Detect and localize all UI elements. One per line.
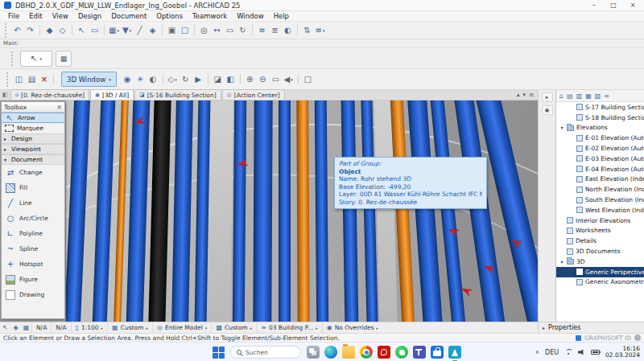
navigator-item[interactable]: E-03 Elevation (Auto-rebuild) xyxy=(556,154,644,164)
fit-in-window-icon[interactable]: ▭ xyxy=(224,24,236,37)
acrobat-icon[interactable] xyxy=(378,346,390,359)
viewport-3d[interactable]: Part of Group: Object Name: Rohr stehend… xyxy=(66,101,538,322)
selection-arrow-icon[interactable]: ↖ xyxy=(0,324,10,331)
close-palette-icon[interactable]: × xyxy=(39,75,50,84)
navigator-item[interactable]: South Elevation (Independe... xyxy=(556,195,644,205)
navigator-item[interactable]: E-02 Elevation (Auto-rebuild) xyxy=(556,143,644,154)
pin-panel-icon[interactable]: ◉ xyxy=(542,105,553,115)
shadows-icon[interactable]: ◐ xyxy=(147,73,159,86)
navigator-item[interactable]: Generic Axonometry xyxy=(556,277,644,288)
arc-circle-tool[interactable]: ○Arc/Circle xyxy=(2,211,64,226)
toolbar-drag-handle[interactable] xyxy=(6,72,9,87)
close-button[interactable]: × xyxy=(623,0,642,10)
snap-points-icon[interactable]: ◈ xyxy=(147,24,159,37)
viewpoint-group[interactable]: ▸Viewpoint xyxy=(2,144,64,154)
pipe-element-orange[interactable] xyxy=(296,101,310,322)
pipe-element-blue[interactable] xyxy=(279,101,291,322)
zoom-icon[interactable]: ◎ xyxy=(198,24,210,37)
file-explorer-icon[interactable] xyxy=(342,346,355,359)
properties-bar[interactable]: ▸ Properties xyxy=(538,322,644,333)
fit-view-icon[interactable]: ▭ xyxy=(270,73,282,86)
navigator-item[interactable]: Worksheets xyxy=(556,226,644,236)
tab-1[interactable]: ⌂[0. Rez-de-chaussée] xyxy=(10,89,89,100)
navigator-item[interactable]: E-01 Elevation (Auto-rebuild) xyxy=(556,133,644,143)
pen-set-selector[interactable]: ▩Custom▸ xyxy=(211,322,256,333)
project-map-icon[interactable]: ▤ xyxy=(567,92,573,100)
fullscreen-icon[interactable]: □ xyxy=(302,73,314,86)
teams-icon[interactable] xyxy=(413,346,426,359)
wifi-icon[interactable] xyxy=(564,349,572,355)
current-tool-selector[interactable]: ↖ ▾ xyxy=(20,51,52,67)
snap-guides-icon[interactable]: ◈ xyxy=(10,324,21,331)
design-group[interactable]: ▸Design xyxy=(2,133,64,144)
menu-edit[interactable]: Edit xyxy=(24,12,47,20)
pipe-element-blue[interactable] xyxy=(92,101,116,322)
go-up-icon[interactable]: ⌂ xyxy=(559,92,564,100)
navigator-item[interactable]: Details xyxy=(556,236,644,246)
tab-scroll-down-icon[interactable]: ▾ xyxy=(523,92,526,98)
grid-snap-icon[interactable]: ▦▾ xyxy=(108,24,120,37)
arrow-tool[interactable]: ↖Arrow xyxy=(2,113,64,123)
redo-icon[interactable]: ↷ xyxy=(24,24,36,37)
navigator-item[interactable]: ▾3D xyxy=(556,256,644,267)
teamwork-send-receive-icon[interactable]: ⇅ xyxy=(301,24,313,37)
navigator-item[interactable]: North Elevation (Independe... xyxy=(556,184,644,195)
scale-icon[interactable]: ◐ xyxy=(282,24,294,37)
toolbar-drag-handle[interactable] xyxy=(11,51,14,66)
quick-options-icon[interactable]: ≡▾ xyxy=(314,24,326,37)
collapse-navigator-icon[interactable]: ▸ xyxy=(542,92,553,102)
menu-options[interactable]: Options xyxy=(151,12,188,20)
figure-tool[interactable]: Figure xyxy=(2,272,64,287)
layout-book-icon[interactable]: ▦ xyxy=(585,92,592,100)
toolbar-drag-handle[interactable] xyxy=(5,23,7,38)
view-mode-dropdown[interactable]: 3D Window ▾ xyxy=(61,72,117,87)
undo-icon[interactable]: ↶ xyxy=(11,24,23,37)
zoom-out-icon[interactable]: ⊖ xyxy=(257,73,269,86)
graphic-override-selector[interactable]: ◉No Overrides▸ xyxy=(322,322,382,333)
window-settings-icon[interactable]: ◫ xyxy=(13,73,25,86)
archicad-taskbar-icon[interactable] xyxy=(448,346,461,359)
graphisoft-id-widget[interactable]: GRAPHISOFT ID xyxy=(576,334,641,342)
navigator-item[interactable]: Generic Perspective xyxy=(556,267,644,277)
taskbar-search[interactable]: Suchen xyxy=(230,346,301,359)
pipe-element-blue[interactable] xyxy=(315,101,329,322)
pick-up-parameters-icon[interactable]: ◆ xyxy=(43,24,56,37)
orbit-mode-icon[interactable]: ↻ xyxy=(180,73,192,86)
pipe-element-blue[interactable] xyxy=(171,101,194,322)
tab-3[interactable]: ◪[S-16 Building Section] xyxy=(134,89,221,100)
previous-view-icon[interactable]: ◀▾ xyxy=(283,73,295,86)
cutting-plane-icon[interactable]: ◪ xyxy=(212,73,224,86)
spline-tool[interactable]: ~Spline xyxy=(2,241,64,256)
navigator-item[interactable]: West Elevation (Independe... xyxy=(556,205,644,215)
menu-view[interactable]: View xyxy=(47,12,73,20)
navigator-item[interactable]: S-18 Building Section (Auto... xyxy=(556,113,644,123)
navigator-item[interactable]: East Elevation (Independent) xyxy=(556,174,644,185)
pipe-element-blue[interactable] xyxy=(233,101,247,322)
whatsapp-icon[interactable] xyxy=(395,346,408,359)
navigator-item[interactable]: 3D Documents xyxy=(556,246,644,256)
layers-icon[interactable]: ≡ xyxy=(256,24,268,37)
hidden-icons-chevron-icon[interactable]: ∧ xyxy=(535,349,539,355)
menu-design[interactable]: Design xyxy=(73,12,106,20)
group-icon[interactable]: ▣ xyxy=(166,24,178,37)
menu-file[interactable]: File xyxy=(3,12,24,20)
pipe-element-blue[interactable] xyxy=(126,101,151,322)
coordinates-icon[interactable]: ▦ xyxy=(21,324,31,331)
minimize-button[interactable]: – xyxy=(584,0,604,10)
pipe-element-blue[interactable] xyxy=(341,101,358,322)
battery-icon[interactable] xyxy=(591,350,600,355)
layer-combination-selector[interactable]: ≡03 Building P...▸ xyxy=(256,322,321,333)
start-button[interactable] xyxy=(213,347,225,359)
cutaway-icon[interactable]: ◧ xyxy=(225,73,237,86)
sun-study-icon[interactable]: ☀ xyxy=(134,73,147,86)
pipe-element-black[interactable] xyxy=(148,101,171,322)
pipe-element-blue[interactable] xyxy=(66,101,91,322)
tab-2[interactable]: ◉[3D / All] xyxy=(90,89,134,100)
language-indicator[interactable]: DEU xyxy=(545,349,559,356)
structure-display-selector[interactable]: ▦Custom▸ xyxy=(107,322,152,333)
marquee-tool[interactable]: Marquee xyxy=(2,123,64,133)
camera-icon[interactable]: ◉ xyxy=(122,73,134,86)
perspective-icon[interactable]: ◇▾ xyxy=(167,73,179,86)
arrow-tool-icon[interactable]: ↖ xyxy=(76,24,88,37)
publisher-icon[interactable]: ▧ xyxy=(595,92,601,100)
